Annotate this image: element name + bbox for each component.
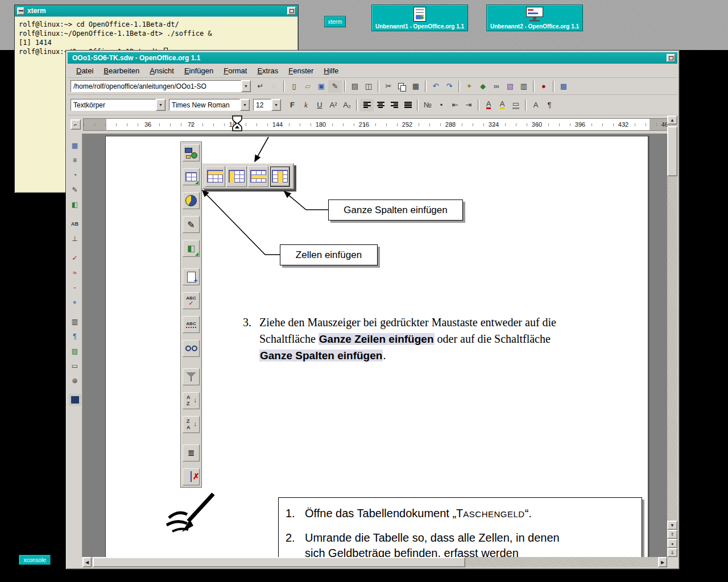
stylist-button[interactable]: ◆	[476, 80, 490, 93]
paragraph-style-combobox[interactable]: Textkörper ▼	[71, 99, 166, 111]
gallery-button[interactable]: ▧	[503, 80, 517, 93]
size-dropdown-icon[interactable]: ▼	[271, 99, 281, 111]
save-document-button[interactable]: ▣	[315, 80, 328, 93]
hyphenation-button[interactable]: -	[69, 281, 81, 293]
auto-spellcheck-button[interactable]: ≈	[69, 267, 81, 278]
font-name-combobox[interactable]: Times New Roman ▼	[169, 99, 250, 111]
subscript-button[interactable]: A₂	[340, 99, 354, 111]
window-titlebar[interactable]: OOo1-SO6-TK.sdw - OpenOffice.org 1.1	[68, 52, 677, 64]
maximize-button[interactable]	[667, 54, 675, 62]
nonprinting-characters-button[interactable]: ¶	[69, 330, 81, 342]
autotext-button[interactable]: AB	[69, 218, 81, 230]
menu-datei[interactable]: Datei	[71, 65, 98, 77]
font-name-field[interactable]: Times New Roman	[169, 99, 240, 111]
form-functions-button[interactable]: ◧	[69, 198, 81, 210]
url-combobox[interactable]: /home/rolf/openoffice/anleitungen/OOo1-S…	[71, 80, 251, 92]
url-dropdown-icon[interactable]: ▼	[241, 80, 251, 92]
highlighting-button[interactable]: A	[495, 99, 509, 111]
decrease-indent-button[interactable]: ⇤	[448, 99, 462, 111]
online-layout-button[interactable]: ▭	[69, 360, 81, 372]
numbering-button[interactable]: №	[421, 99, 435, 111]
new-document-button[interactable]: ▯	[287, 80, 301, 93]
xterm-minimized-icon[interactable]: xterm	[324, 16, 346, 27]
draw-functions-button[interactable]: ✎	[69, 184, 81, 196]
underline-button[interactable]: U	[313, 99, 326, 111]
font-dropdown-icon[interactable]: ▼	[240, 99, 250, 111]
align-right-button[interactable]	[387, 99, 401, 111]
redo-button[interactable]: ↷	[442, 80, 456, 93]
open-document-button[interactable]: ▱	[301, 80, 315, 93]
navigator-button[interactable]: ✦	[462, 80, 476, 93]
undo-button[interactable]: ↶	[429, 80, 442, 93]
insert-image-button[interactable]: ▩	[557, 80, 570, 93]
italic-button[interactable]: k	[299, 99, 313, 111]
data-sources-button[interactable]: ▥	[517, 80, 531, 93]
xterm-titlebar[interactable]: xterm	[15, 5, 298, 16]
window-menu-icon[interactable]	[17, 7, 24, 15]
graphics-on-off-button[interactable]: ▨	[69, 345, 81, 357]
scroll-down-button[interactable]: ▼	[667, 521, 677, 530]
unbenannt1-minimized-icon[interactable]: Unbenannt1 - OpenOffice.org 1.1	[371, 5, 468, 31]
stop-loading-button[interactable]: ◌	[267, 80, 281, 93]
paragraph-dialog-button[interactable]: ¶	[543, 99, 556, 111]
cut-button[interactable]: ✂	[382, 80, 395, 93]
zoom-button[interactable]: ⊕	[69, 375, 81, 386]
data-sources-button[interactable]: ▥	[69, 315, 81, 327]
vscroll-track[interactable]	[667, 124, 677, 521]
horizontal-scrollbar[interactable]: ◀ ▶	[82, 557, 667, 567]
document-area[interactable]: ✎ ◧ + ABC✓ ABC AZ↓ ZA↓ ≣ ✗	[82, 134, 667, 557]
align-left-button[interactable]	[360, 99, 374, 111]
scroll-up-button[interactable]: ▲	[667, 115, 677, 124]
tab-type-button[interactable]: ⌐	[71, 119, 81, 130]
hyperlink-dialog-button[interactable]: ∞	[490, 80, 503, 93]
copy-button[interactable]	[395, 80, 409, 93]
page-view-button[interactable]	[69, 394, 81, 406]
direct-cursor-button[interactable]: ⊥	[69, 232, 81, 244]
page-preview-button[interactable]: ◫	[362, 80, 375, 93]
horizontal-ruler[interactable]: 36 72 108 144 180 216 252 288 324 360 39…	[83, 118, 676, 131]
unbenannt2-minimized-icon[interactable]: Unbenannt2 - OpenOffice.org 1.1	[486, 5, 583, 31]
scroll-left-button[interactable]: ◀	[82, 557, 92, 567]
menu-ansicht[interactable]: Ansicht	[144, 65, 179, 77]
insert-object-button[interactable]: ◔	[69, 169, 81, 181]
font-color-button[interactable]: A	[482, 99, 495, 111]
font-size-field[interactable]: 12	[253, 99, 271, 111]
superscript-button[interactable]: A²	[326, 99, 340, 111]
menu-bearbeiten[interactable]: Bearbeiten	[98, 65, 144, 77]
menu-einfuegen[interactable]: Einfügen	[179, 65, 218, 77]
paragraph-background-button[interactable]: ▭	[509, 99, 523, 111]
next-page-button[interactable]: ⇓	[667, 548, 677, 557]
previous-page-button[interactable]: ⇑	[667, 530, 677, 539]
style-dropdown-icon[interactable]: ▼	[156, 99, 166, 111]
spellcheck-button[interactable]: ✓	[69, 252, 81, 264]
justify-button[interactable]	[401, 99, 415, 111]
print-button[interactable]: ▤	[348, 80, 362, 93]
insert-button[interactable]: ▦	[69, 139, 81, 151]
paste-button[interactable]: ▦	[409, 80, 423, 93]
find-replace-button[interactable]: ⌖	[69, 296, 81, 308]
menu-format[interactable]: Format	[218, 65, 252, 77]
maximize-button[interactable]	[287, 7, 296, 15]
navigation-button[interactable]: ●	[667, 539, 677, 548]
vscroll-thumb[interactable]	[667, 126, 677, 176]
menu-fenster[interactable]: Fenster	[283, 65, 318, 77]
font-size-combobox[interactable]: 12 ▼	[253, 99, 281, 111]
hscroll-thumb[interactable]	[93, 557, 465, 567]
scroll-right-button[interactable]: ▶	[658, 557, 667, 567]
hscroll-track[interactable]	[92, 557, 658, 567]
character-dialog-button[interactable]: A	[529, 99, 543, 111]
load-url-button[interactable]: ↵	[254, 80, 267, 93]
record-changes-button[interactable]: ●	[537, 80, 551, 93]
menu-extras[interactable]: Extras	[252, 65, 283, 77]
paragraph-style-field[interactable]: Textkörper	[71, 99, 156, 111]
document-page[interactable]: ✎ ◧ + ABC✓ ABC AZ↓ ZA↓ ≣ ✗	[105, 136, 648, 557]
align-center-button[interactable]	[374, 99, 387, 111]
bold-button[interactable]: F	[286, 99, 299, 111]
vertical-scrollbar[interactable]: ▲ ▼ ⇑ ● ⇓	[667, 115, 677, 557]
insert-fields-button[interactable]: ≡	[69, 154, 81, 166]
bullets-button[interactable]: •	[435, 99, 448, 111]
url-field[interactable]: /home/rolf/openoffice/anleitungen/OOo1-S…	[71, 80, 241, 92]
menu-hilfe[interactable]: Hilfe	[318, 65, 344, 77]
increase-indent-button[interactable]: ⇥	[462, 99, 475, 111]
xconsole-minimized-icon[interactable]: xconsole	[19, 555, 51, 565]
